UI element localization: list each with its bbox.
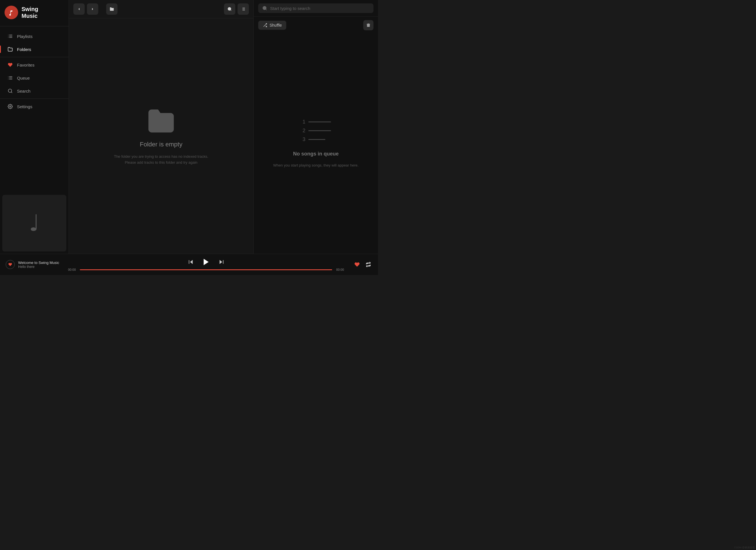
player-right-controls: [350, 261, 372, 268]
queue-controls: Shuffle: [254, 17, 378, 34]
empty-folder-title: Folder is empty: [140, 141, 182, 148]
content-area: Folder is empty The folder you are tryin…: [69, 0, 253, 254]
sidebar-divider-top: [0, 26, 69, 26]
prev-track-button[interactable]: [187, 258, 195, 266]
svg-marker-32: [219, 260, 222, 264]
sidebar-item-settings[interactable]: Settings: [2, 100, 66, 113]
svg-point-0: [8, 9, 14, 16]
sidebar-item-queue[interactable]: Queue: [2, 72, 66, 84]
progress-bar-container: 00:00 00:00: [67, 268, 345, 271]
next-track-button[interactable]: [217, 258, 226, 266]
music-logo-svg: [8, 9, 15, 16]
sidebar-divider-mid: [0, 57, 69, 57]
folder-button[interactable]: [106, 3, 118, 15]
svg-point-15: [10, 106, 11, 107]
queue-line-group: 1 2 3: [301, 119, 331, 142]
list-icon: [241, 7, 245, 11]
sidebar-divider-bot: [0, 99, 69, 99]
queue-line-3: 3: [301, 137, 331, 142]
bottom-player: Welcome to Swing Music Hello there: [0, 254, 378, 275]
sidebar-item-label: Folders: [17, 47, 31, 52]
repeat-icon: [366, 262, 371, 267]
player-track-info: Welcome to Swing Music Hello there: [6, 260, 62, 269]
empty-folder-desc: The folder you are trying to access has …: [114, 154, 208, 166]
play-pause-button[interactable]: [202, 258, 210, 266]
player-controls: 00:00 00:00: [67, 258, 345, 271]
playlists-icon: [7, 33, 13, 39]
search-bar-container: [254, 0, 378, 17]
settings-icon: [7, 104, 13, 109]
progress-bar[interactable]: [80, 269, 332, 270]
sidebar: Swing Music Playlists: [0, 0, 69, 254]
sidebar-item-search[interactable]: Search: [2, 85, 66, 97]
content-toolbar: [69, 0, 253, 18]
back-button[interactable]: [73, 3, 85, 15]
app-title-text: Swing Music: [22, 6, 38, 19]
app-logo[interactable]: Swing Music: [0, 0, 69, 25]
queue-empty-desc: When you start playing songs, they will …: [273, 163, 358, 169]
play-icon: [202, 258, 210, 266]
svg-point-25: [263, 6, 266, 10]
clear-queue-button[interactable]: [363, 20, 373, 30]
logo-icon: [5, 6, 18, 19]
shuffle-icon: [263, 23, 267, 27]
time-total: 00:00: [335, 268, 345, 271]
track-title: Welcome to Swing Music: [18, 261, 59, 265]
music-note-icon: ♩: [29, 212, 40, 235]
folders-icon: [7, 46, 13, 52]
sidebar-nav: Playlists Folders Favorite: [0, 27, 69, 115]
sidebar-item-folders[interactable]: Folders: [2, 43, 66, 56]
search-bar: [258, 3, 373, 13]
heart-icon: [8, 263, 12, 267]
search-toolbar-icon: [227, 7, 232, 11]
sidebar-bottom: ♩: [0, 193, 69, 254]
sidebar-item-label: Search: [17, 89, 31, 93]
svg-line-26: [266, 9, 266, 10]
queue-icon: [7, 75, 13, 81]
folder-icon: [110, 7, 114, 11]
forward-button[interactable]: [87, 3, 98, 15]
right-panel: Shuffle 1: [253, 0, 378, 254]
queue-line-2: 2: [301, 128, 331, 134]
forward-icon: [90, 7, 95, 11]
sidebar-item-label: Playlists: [17, 34, 33, 39]
prev-icon: [188, 259, 194, 265]
queue-line-1: 1: [301, 119, 331, 125]
repeat-button[interactable]: [364, 261, 372, 268]
track-artist: Hello there: [18, 265, 59, 269]
svg-marker-31: [204, 259, 209, 265]
queue-empty-state: 1 2 3 No songs in queue When you start p…: [254, 34, 378, 254]
sidebar-item-label: Favorites: [17, 63, 35, 67]
svg-marker-29: [190, 260, 193, 264]
sidebar-item-label: Settings: [17, 104, 32, 109]
next-icon: [218, 259, 225, 265]
back-icon: [77, 7, 81, 11]
list-view-button[interactable]: [238, 3, 249, 15]
sidebar-item-label: Queue: [17, 76, 30, 80]
folder-empty-illustration: [147, 107, 175, 135]
queue-illustration: 1 2 3: [301, 119, 331, 142]
sidebar-item-playlists[interactable]: Playlists: [2, 30, 66, 42]
search-nav-icon: [7, 88, 13, 94]
heart-right-icon: [354, 262, 360, 267]
sidebar-item-favorites[interactable]: Favorites: [2, 59, 66, 71]
queue-empty-title: No songs in queue: [293, 151, 339, 157]
time-current: 00:00: [67, 268, 77, 271]
svg-point-16: [228, 7, 231, 10]
svg-line-17: [230, 10, 231, 11]
track-details: Welcome to Swing Music Hello there: [18, 261, 59, 269]
now-playing-thumbnail: ♩: [2, 195, 66, 251]
search-bar-icon: [262, 6, 267, 11]
favorites-icon: [7, 62, 13, 68]
content-body: Folder is empty The folder you are tryin…: [69, 18, 253, 254]
trash-icon: [366, 23, 371, 27]
player-favorite-button[interactable]: [6, 260, 15, 269]
search-input[interactable]: [270, 6, 370, 11]
search-button[interactable]: [224, 3, 235, 15]
player-buttons: [187, 258, 226, 266]
player-heart-right-button[interactable]: [353, 261, 361, 268]
shuffle-button[interactable]: Shuffle: [258, 21, 286, 30]
svg-line-14: [11, 92, 12, 93]
